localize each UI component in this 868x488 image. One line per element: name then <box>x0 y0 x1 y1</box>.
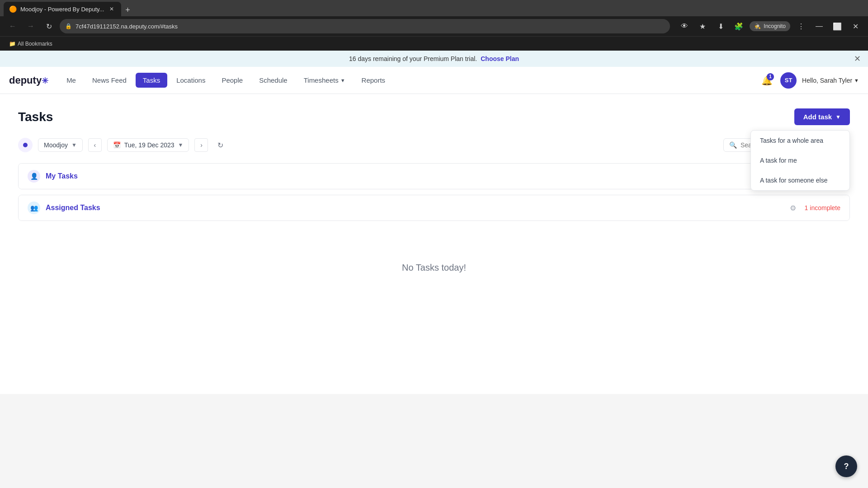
back-button[interactable]: ← <box>5 19 20 33</box>
notification-badge: 1 <box>767 73 774 80</box>
all-bookmarks-folder[interactable]: 📁 All Bookmarks <box>5 39 56 49</box>
incognito-icon: 🕵 <box>754 23 761 29</box>
assigned-tasks-right: ⚙ 1 incomplete <box>787 202 840 214</box>
tasks-dot-indicator[interactable] <box>18 138 33 152</box>
assigned-tasks-icon: 👥 <box>28 202 40 214</box>
date-label: Tue, 19 Dec 2023 <box>124 141 175 149</box>
address-bar[interactable]: 🔒 7cf47d19112152.na.deputy.com/#tasks <box>60 19 670 33</box>
incognito-label: Incognito <box>764 23 786 29</box>
maximize-button[interactable]: ⬜ <box>830 19 844 33</box>
next-date-button[interactable]: › <box>194 138 208 152</box>
assigned-tasks-settings-button[interactable]: ⚙ <box>787 202 799 214</box>
add-task-button[interactable]: Add task ▼ <box>794 108 850 125</box>
bookmark-button[interactable]: ★ <box>695 19 710 33</box>
assigned-tasks-header[interactable]: 👥 Assigned Tasks ⚙ 1 incomplete <box>19 195 849 221</box>
my-tasks-icon: 👤 <box>28 170 40 183</box>
nav-items: Me News Feed Tasks Locations People Sche… <box>59 73 759 88</box>
user-greeting[interactable]: Hello, Sarah Tyler ▼ <box>802 77 859 84</box>
reload-button[interactable]: ↻ <box>42 19 56 33</box>
nav-item-reports[interactable]: Reports <box>354 73 393 88</box>
add-task-dropdown-menu: Tasks for a whole area A task for me A t… <box>750 130 850 191</box>
new-tab-button[interactable]: + <box>121 4 134 16</box>
search-icon: 🔍 <box>729 141 737 149</box>
active-tab[interactable]: 🟠 Moodjoy - Powered By Deputy... ✕ <box>4 2 121 16</box>
add-task-label: Add task <box>803 113 832 121</box>
bookmarks-bar: 📁 All Bookmarks <box>0 36 868 51</box>
location-selector[interactable]: Moodjoy ▼ <box>38 138 83 152</box>
main-navigation: deputy✳ Me News Feed Tasks Locations Peo… <box>0 67 868 94</box>
app-logo[interactable]: deputy✳ <box>9 75 48 86</box>
prev-date-button[interactable]: ‹ <box>88 138 102 152</box>
calendar-icon: 📅 <box>113 141 121 149</box>
incognito-badge: 🕵 Incognito <box>750 21 790 31</box>
tasks-toolbar: Moodjoy ▼ ‹ 📅 Tue, 19 Dec 2023 ▼ › ↻ 🔍 <box>18 138 850 152</box>
nav-item-people[interactable]: People <box>214 73 250 88</box>
menu-button[interactable]: ⋮ <box>794 19 808 33</box>
dropdown-item-for-me[interactable]: A task for me <box>751 150 849 170</box>
nav-right: 🔔 1 ST Hello, Sarah Tyler ▼ <box>759 72 859 89</box>
trial-banner: 16 days remaining of your Premium Plan t… <box>0 51 868 67</box>
empty-state: No Tasks today! <box>18 226 850 309</box>
tab-bar: 🟠 Moodjoy - Powered By Deputy... ✕ + <box>0 0 868 16</box>
reader-mode-button[interactable]: 👁 <box>677 19 692 33</box>
add-task-container: Add task ▼ Tasks for a whole area A task… <box>794 108 850 125</box>
logo-text: deputy✳ <box>9 75 48 86</box>
assigned-tasks-title: Assigned Tasks <box>46 204 100 212</box>
dropdown-item-someone-else[interactable]: A task for someone else <box>751 170 849 190</box>
nav-item-newsfeed[interactable]: News Feed <box>85 73 134 88</box>
add-task-dropdown-icon: ▼ <box>835 114 841 120</box>
page-header: Tasks Add task ▼ Tasks for a whole area … <box>18 108 850 125</box>
nav-item-locations[interactable]: Locations <box>169 73 212 88</box>
nav-item-tasks[interactable]: Tasks <box>136 73 167 88</box>
banner-text: 16 days remaining of your Premium Plan t… <box>349 55 477 62</box>
url-display: 7cf47d19112152.na.deputy.com/#tasks <box>75 23 665 30</box>
my-tasks-title: My Tasks <box>46 172 78 180</box>
timesheets-arrow-icon: ▼ <box>340 78 345 83</box>
browser-chrome: 🟠 Moodjoy - Powered By Deputy... ✕ + ← →… <box>0 0 868 51</box>
refresh-button[interactable]: ↻ <box>213 138 227 152</box>
nav-item-timesheets[interactable]: Timesheets ▼ <box>297 73 353 88</box>
minimize-button[interactable]: — <box>812 19 826 33</box>
extensions-button[interactable]: 🧩 <box>731 19 746 33</box>
close-window-button[interactable]: ✕ <box>848 19 863 33</box>
download-button[interactable]: ⬇ <box>713 19 728 33</box>
address-right-controls: 👁 ★ ⬇ 🧩 🕵 Incognito ⋮ — ⬜ ✕ <box>677 19 863 33</box>
app-wrapper: 16 days remaining of your Premium Plan t… <box>0 51 868 394</box>
tab-favicon: 🟠 <box>9 5 17 13</box>
banner-close-button[interactable]: ✕ <box>854 54 861 64</box>
nav-item-me[interactable]: Me <box>59 73 83 88</box>
page-content: Tasks Add task ▼ Tasks for a whole area … <box>0 94 868 383</box>
assigned-tasks-status: 1 incomplete <box>805 204 840 211</box>
my-tasks-header[interactable]: 👤 My Tasks ⚙ All Completed <box>19 164 849 189</box>
greeting-dropdown-icon: ▼ <box>854 78 859 83</box>
page-title: Tasks <box>18 110 53 124</box>
folder-icon: 📁 <box>9 41 16 47</box>
choose-plan-link[interactable]: Choose Plan <box>481 55 519 62</box>
nav-item-schedule[interactable]: Schedule <box>252 73 295 88</box>
tab-title: Moodjoy - Powered By Deputy... <box>20 6 104 13</box>
user-avatar[interactable]: ST <box>780 72 797 89</box>
tab-close-button[interactable]: ✕ <box>108 5 116 13</box>
empty-state-text: No Tasks today! <box>402 263 466 272</box>
all-bookmarks-label: All Bookmarks <box>18 41 52 47</box>
location-arrow-icon: ▼ <box>71 142 77 148</box>
location-label: Moodjoy <box>44 141 68 149</box>
address-bar-row: ← → ↻ 🔒 7cf47d19112152.na.deputy.com/#ta… <box>0 16 868 36</box>
date-selector[interactable]: 📅 Tue, 19 Dec 2023 ▼ <box>107 138 189 152</box>
notifications-button[interactable]: 🔔 1 <box>759 72 775 89</box>
date-arrow-icon: ▼ <box>178 142 184 148</box>
assigned-tasks-section: 👥 Assigned Tasks ⚙ 1 incomplete <box>18 195 850 221</box>
dropdown-item-whole-area[interactable]: Tasks for a whole area <box>751 131 849 150</box>
lock-icon: 🔒 <box>65 23 72 29</box>
my-tasks-section: 👤 My Tasks ⚙ All Completed <box>18 163 850 189</box>
forward-button[interactable]: → <box>24 19 38 33</box>
